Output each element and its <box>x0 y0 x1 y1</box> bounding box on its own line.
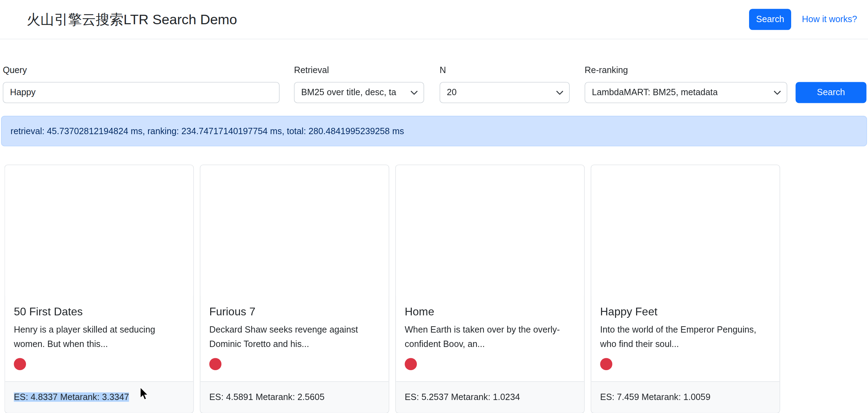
result-scores: ES: 4.5891 Metarank: 2.5605 <box>200 381 389 413</box>
retrieval-field-group: Retrieval BM25 over title, desc, ta <box>294 65 424 103</box>
app-title: 火山引擎云搜索LTR Search Demo <box>27 11 237 28</box>
red-circle-icon <box>405 358 417 370</box>
poster-placeholder <box>200 165 389 296</box>
result-description: When Earth is taken over by the overly-c… <box>405 322 575 351</box>
how-it-works-link[interactable]: How it works? <box>802 14 857 24</box>
result-description: Deckard Shaw seeks revenge against Domin… <box>209 322 380 351</box>
card-body: 50 First Dates Henry is a player skilled… <box>5 296 193 381</box>
result-card-0[interactable]: 50 First Dates Henry is a player skilled… <box>5 165 194 413</box>
search-form: Query Retrieval BM25 over title, desc, t… <box>3 65 868 103</box>
navbar-search-button[interactable]: Search <box>749 9 792 30</box>
result-scores: ES: 4.8337 Metarank: 3.3347 <box>5 381 193 413</box>
app: 火山引擎云搜索LTR Search Demo Search How it wor… <box>0 0 868 413</box>
query-label: Query <box>3 65 280 76</box>
result-description: Into the world of the Emperor Penguins, … <box>600 322 771 351</box>
result-scores: ES: 7.459 Metarank: 1.0059 <box>591 381 780 413</box>
result-scores-text: ES: 7.459 Metarank: 1.0059 <box>600 392 710 402</box>
card-body: Furious 7 Deckard Shaw seeks revenge aga… <box>200 296 389 381</box>
retrieval-select[interactable]: BM25 over title, desc, ta <box>294 82 424 103</box>
card-body: Happy Feet Into the world of the Emperor… <box>591 296 780 381</box>
result-title: Home <box>405 305 575 318</box>
red-circle-icon <box>14 358 26 370</box>
result-title: Happy Feet <box>600 305 771 318</box>
n-field-group: N 20 <box>440 65 570 103</box>
timing-banner: retrieval: 45.73702812194824 ms, ranking… <box>1 116 867 146</box>
poster-placeholder <box>591 165 780 296</box>
reranking-label: Re-ranking <box>585 65 787 76</box>
result-scores-text: ES: 5.2537 Metarank: 1.0234 <box>405 392 520 402</box>
reranking-select-value: LambdaMART: BM25, metadata <box>592 87 718 97</box>
result-scores-text: ES: 4.5891 Metarank: 2.5605 <box>209 392 324 402</box>
chevron-down-icon <box>773 88 781 96</box>
result-description: Henry is a player skilled at seducing wo… <box>14 322 184 351</box>
card-body: Home When Earth is taken over by the ove… <box>396 296 584 381</box>
result-card-3[interactable]: Happy Feet Into the world of the Emperor… <box>591 165 780 413</box>
retrieval-label: Retrieval <box>294 65 424 76</box>
n-select[interactable]: 20 <box>440 82 570 103</box>
result-title: 50 First Dates <box>14 305 184 318</box>
query-field-group: Query <box>3 65 280 103</box>
navbar: 火山引擎云搜索LTR Search Demo Search How it wor… <box>0 0 868 39</box>
reranking-field-group: Re-ranking LambdaMART: BM25, metadata <box>585 65 787 103</box>
red-circle-icon <box>209 358 221 370</box>
result-scores-text: ES: 4.8337 Metarank: 3.3347 <box>14 392 129 402</box>
n-label: N <box>440 65 570 76</box>
search-button[interactable]: Search <box>796 82 867 103</box>
result-title: Furious 7 <box>209 305 380 318</box>
retrieval-select-value: BM25 over title, desc, ta <box>301 87 396 97</box>
result-card-2[interactable]: Home When Earth is taken over by the ove… <box>395 165 585 413</box>
chevron-down-icon <box>556 88 563 96</box>
navbar-actions: Search How it works? <box>749 9 857 30</box>
poster-placeholder <box>396 165 584 296</box>
red-circle-icon <box>600 358 613 370</box>
n-select-value: 20 <box>447 87 456 97</box>
main-content: Query Retrieval BM25 over title, desc, t… <box>0 65 868 413</box>
result-card-1[interactable]: Furious 7 Deckard Shaw seeks revenge aga… <box>200 165 389 413</box>
query-input[interactable] <box>3 82 280 103</box>
chevron-down-icon <box>410 88 418 96</box>
results-row: 50 First Dates Henry is a player skilled… <box>5 165 868 413</box>
reranking-select[interactable]: LambdaMART: BM25, metadata <box>585 82 787 103</box>
poster-placeholder <box>5 165 193 296</box>
result-scores: ES: 5.2537 Metarank: 1.0234 <box>396 381 584 413</box>
